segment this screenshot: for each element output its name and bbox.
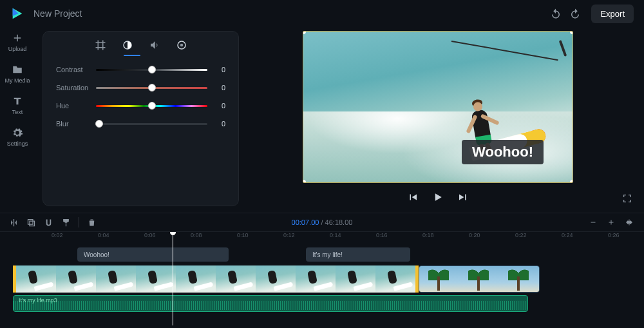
split-icon[interactable] (9, 218, 19, 227)
plus-icon (12, 32, 23, 44)
audio-waveform (14, 301, 527, 310)
kite-line-graphic (451, 41, 558, 61)
video-thumb (459, 266, 499, 293)
hue-slider[interactable]: Hue 0 (56, 100, 225, 111)
rail-label: Text (12, 109, 23, 115)
blur-label: Blur (56, 120, 96, 128)
total-time: 46:18.00 (325, 218, 353, 226)
ruler-tick: 0:18 (422, 232, 434, 238)
rail-settings[interactable]: Settings (7, 127, 28, 147)
audio-clip-filename: It's my life.mp3 (19, 297, 57, 304)
text-icon (12, 95, 23, 107)
ruler-tick: 0:08 (191, 232, 202, 238)
contrast-value: 0 (213, 66, 225, 73)
project-title[interactable]: New Project (33, 8, 82, 19)
delete-icon[interactable] (87, 218, 97, 227)
ruler-tick: 0:24 (562, 232, 573, 238)
rail-upload[interactable]: Upload (8, 32, 27, 52)
contrast-label: Contrast (56, 66, 96, 73)
video-thumb (256, 265, 296, 293)
caption-overlay[interactable]: Woohoo! (462, 140, 544, 164)
marker-icon[interactable] (61, 218, 71, 227)
audio-track[interactable]: It's my life.mp3 (13, 295, 631, 312)
skip-back-icon (407, 191, 419, 203)
ruler-tick: 0:02 (52, 232, 63, 238)
rail-text[interactable]: Text (12, 95, 23, 115)
video-thumb (136, 265, 176, 293)
rail-label: Settings (7, 140, 28, 147)
play-icon (431, 191, 444, 204)
text-track[interactable]: Woohoo!It's my life! (13, 247, 631, 262)
prev-frame-button[interactable] (407, 191, 419, 205)
blur-slider[interactable]: Blur 0 (56, 118, 225, 130)
video-track[interactable] (13, 265, 631, 293)
video-clip-2[interactable] (419, 265, 540, 293)
resize-handle-tr[interactable] (570, 31, 573, 34)
text-clip[interactable]: It's my life! (306, 247, 410, 262)
rail-label: Upload (8, 46, 27, 52)
svg-point-2 (180, 44, 183, 47)
crop-tab-icon[interactable] (95, 39, 106, 51)
contrast-slider[interactable]: Contrast 0 (56, 64, 225, 75)
ruler-tick: 0:14 (330, 232, 341, 238)
ruler-tick: 0:06 (144, 232, 156, 238)
undo-icon[interactable] (550, 8, 562, 19)
text-clip[interactable]: Woohoo! (77, 247, 229, 262)
hue-label: Hue (56, 102, 96, 110)
export-button[interactable]: Export (591, 5, 634, 23)
ruler-tick: 0:20 (469, 232, 480, 238)
ruler-tick: 0:04 (98, 232, 109, 238)
play-button[interactable] (431, 191, 444, 206)
skip-forward-icon (457, 191, 469, 203)
timeline[interactable]: 0:020:040:060:080:100:120:140:160:180:20… (0, 232, 644, 328)
playhead[interactable] (173, 232, 173, 325)
preview-canvas[interactable]: Woohoo! (303, 31, 573, 183)
video-thumb (419, 266, 459, 293)
blur-knob[interactable] (95, 120, 103, 128)
zoom-fit-button[interactable] (623, 217, 635, 228)
zoom-out-button[interactable] (587, 217, 599, 228)
video-clip-1[interactable] (13, 265, 419, 293)
gear-icon (12, 127, 23, 139)
rail-my-media[interactable]: My Media (5, 64, 30, 84)
resize-handle-tl[interactable] (303, 31, 306, 34)
zoom-in-button[interactable] (605, 217, 617, 228)
resize-handle-br[interactable] (570, 180, 573, 183)
contrast-knob[interactable] (148, 66, 156, 73)
effects-tab-icon[interactable] (176, 39, 187, 51)
duplicate-icon[interactable] (26, 218, 36, 227)
fullscreen-icon (622, 193, 632, 204)
ruler-tick: 0:22 (515, 232, 527, 238)
saturation-slider[interactable]: Saturation 0 (56, 82, 225, 93)
app-logo-icon (10, 6, 24, 21)
video-thumb (216, 265, 256, 293)
video-thumb (16, 265, 56, 293)
hue-knob[interactable] (148, 102, 156, 110)
next-frame-button[interactable] (457, 191, 469, 205)
audio-tab-icon[interactable] (149, 39, 160, 51)
snap-icon[interactable] (44, 218, 53, 227)
ruler-tick: 0:10 (237, 232, 249, 238)
adjust-panel: Contrast 0 Saturation 0 Hue 0 Blur 0 (43, 31, 239, 206)
blur-value: 0 (213, 120, 225, 128)
timeline-time-display: 00:07.00 / 46:18.00 (292, 218, 353, 226)
redo-icon[interactable] (569, 8, 581, 19)
adjust-tab-icon[interactable] (122, 39, 133, 51)
video-thumb (296, 265, 336, 293)
saturation-label: Saturation (56, 84, 96, 92)
resize-handle-bl[interactable] (303, 180, 306, 183)
audio-clip[interactable]: It's my life.mp3 (13, 295, 528, 312)
ruler-tick: 0:16 (376, 232, 388, 238)
ruler-tick: 0:12 (283, 232, 295, 238)
current-time: 00:07.00 (292, 218, 319, 226)
video-thumb (176, 265, 216, 293)
fit-icon (625, 218, 633, 226)
folder-icon (12, 64, 23, 75)
saturation-knob[interactable] (148, 84, 156, 92)
video-thumb (56, 265, 96, 293)
timeline-ruler[interactable]: 0:020:040:060:080:100:120:140:160:180:20… (13, 232, 644, 244)
ruler-tick: 0:26 (608, 232, 620, 238)
video-thumb (336, 265, 375, 293)
kite-bar-graphic (559, 40, 567, 57)
fullscreen-button[interactable] (622, 193, 632, 206)
